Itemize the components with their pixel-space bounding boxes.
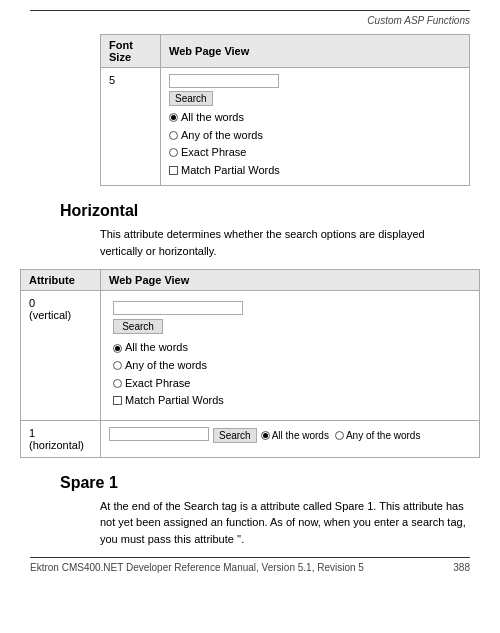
mock-search-button: Search — [169, 91, 213, 106]
horizontal-description: This attribute determines whether the se… — [100, 226, 470, 259]
v-radio-filled-icon — [113, 344, 122, 353]
option-partial-words-label-fs: Match Partial Words — [181, 162, 280, 180]
spare-heading: Spare 1 — [60, 474, 470, 492]
vertical-options: All the words Any of the words Exact Phr… — [113, 339, 467, 409]
header-divider — [30, 10, 470, 11]
h-all-words-label: All the words — [272, 430, 329, 441]
table-row: 0 (vertical) Search All the words — [21, 291, 480, 420]
attr-value-vertical: 0 (vertical) — [21, 291, 101, 420]
v-any-words-label: Any of the words — [125, 357, 207, 375]
table-row: 1 (horizontal) Search All the words — [21, 420, 480, 457]
h-radio-empty-icon — [335, 431, 344, 440]
font-size-col-header: Font Size — [101, 35, 161, 68]
v-option-any-words: Any of the words — [113, 357, 467, 375]
v-checkbox-icon — [113, 396, 122, 405]
vertical-mock-container: Search All the words Any of the words — [109, 297, 471, 413]
option-exact-phrase-fs: Exact Phrase — [169, 144, 461, 162]
spare-description: At the end of the Search tag is a attrib… — [100, 498, 470, 548]
attr-web-view-col-header: Web Page View — [101, 270, 480, 291]
attr-0-sublabel: (vertical) — [29, 309, 71, 321]
font-size-value: 5 — [101, 68, 161, 186]
footer: Ektron CMS400.NET Developer Reference Ma… — [0, 562, 500, 573]
font-size-table-wrapper: Font Size Web Page View 5 Search All the… — [100, 34, 470, 186]
v-option-exact-phrase: Exact Phrase — [113, 375, 467, 393]
attr-table-wrapper: Attribute Web Page View 0 (vertical) Sea… — [20, 269, 480, 457]
horizontal-web-view: Search All the words Any of the words — [101, 420, 480, 457]
footer-divider — [30, 557, 470, 558]
footer-left: Ektron CMS400.NET Developer Reference Ma… — [30, 562, 364, 573]
attr-1-label: 1 — [29, 427, 35, 439]
horizontal-heading: Horizontal — [60, 202, 470, 220]
v-radio-empty-icon — [113, 361, 122, 370]
h-option-all-words: All the words — [261, 430, 329, 441]
font-size-options: All the words Any of the words Exact Phr… — [169, 109, 461, 179]
font-size-web-view: Search All the words Any of the words — [161, 68, 470, 186]
radio-empty-icon-2 — [169, 148, 178, 157]
page-wrapper: Custom ASP Functions Font Size Web Page … — [0, 0, 500, 633]
attr-0-label: 0 — [29, 297, 35, 309]
horizontal-mock-container: Search All the words Any of the words — [109, 427, 471, 444]
radio-empty-icon — [169, 131, 178, 140]
checkbox-icon — [169, 166, 178, 175]
radio-filled-icon — [169, 113, 178, 122]
attr-table: Attribute Web Page View 0 (vertical) Sea… — [20, 269, 480, 457]
option-all-words-fs: All the words — [169, 109, 461, 127]
v-radio-empty-icon-2 — [113, 379, 122, 388]
option-exact-phrase-label-fs: Exact Phrase — [181, 144, 246, 162]
horizontal-options: All the words Any of the words — [261, 430, 421, 441]
h-mock-search-input — [109, 427, 209, 441]
h-any-words-label: Any of the words — [346, 430, 420, 441]
attr-value-horizontal: 1 (horizontal) — [21, 420, 101, 457]
vertical-mock-search-input — [113, 301, 243, 315]
v-all-words-label: All the words — [125, 339, 188, 357]
v-option-all-words: All the words — [113, 339, 467, 357]
h-option-any-words: Any of the words — [335, 430, 420, 441]
header-title: Custom ASP Functions — [0, 15, 500, 26]
h-radio-filled-icon — [261, 431, 270, 440]
attr-col-header: Attribute — [21, 270, 101, 291]
v-option-partial-words: Match Partial Words — [113, 392, 467, 410]
h-mock-search-button: Search — [213, 428, 257, 443]
vertical-web-view: Search All the words Any of the words — [101, 291, 480, 420]
font-size-table: Font Size Web Page View 5 Search All the… — [100, 34, 470, 186]
option-any-words-fs: Any of the words — [169, 127, 461, 145]
option-all-words-label-fs: All the words — [181, 109, 244, 127]
option-any-words-label-fs: Any of the words — [181, 127, 263, 145]
vertical-mock-search-button: Search — [113, 319, 163, 334]
attr-1-sublabel: (horizontal) — [29, 439, 84, 451]
v-partial-words-label: Match Partial Words — [125, 392, 224, 410]
option-partial-words-fs: Match Partial Words — [169, 162, 461, 180]
footer-right: 388 — [453, 562, 470, 573]
web-page-view-col-header: Web Page View — [161, 35, 470, 68]
mock-search-input — [169, 74, 279, 88]
v-exact-phrase-label: Exact Phrase — [125, 375, 190, 393]
